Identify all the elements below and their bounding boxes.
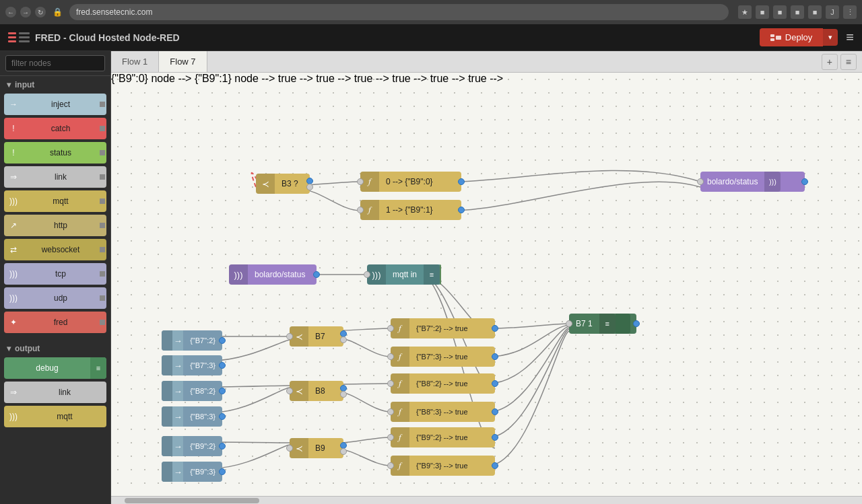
link-port bbox=[98, 166, 106, 188]
node-b7[interactable]: ≺ B7 bbox=[290, 326, 343, 347]
node-http[interactable]: ↗ http bbox=[4, 215, 106, 236]
node-b73-true[interactable]: 𝑓 {"B7":3} --> true bbox=[391, 347, 495, 367]
b7-port-right-bottom bbox=[340, 336, 347, 343]
node-status[interactable]: ! status bbox=[4, 142, 106, 164]
b72-port bbox=[219, 337, 226, 344]
node-mqtt[interactable]: ))) mqtt bbox=[4, 190, 106, 212]
hamburger-menu[interactable]: ≡ bbox=[846, 30, 854, 45]
fred-logo-icon bbox=[8, 30, 30, 46]
address-bar[interactable]: fred.sensetecnic.com bbox=[69, 4, 729, 20]
b92-port bbox=[219, 443, 226, 449]
app-header: FRED - Cloud Hosted Node-RED Deploy ▾ ≡ bbox=[0, 24, 862, 51]
bookmark-icon[interactable]: ★ bbox=[738, 5, 752, 19]
node-b72-true[interactable]: 𝑓 {"B7":2} --> true bbox=[391, 318, 495, 338]
bolardo-out-port-left bbox=[697, 178, 704, 185]
node-link[interactable]: ⇒ link bbox=[4, 166, 106, 188]
node-input-b73[interactable]: → {"B7":3} bbox=[162, 355, 222, 375]
out0-label: 0 --> {"B9":0} bbox=[379, 177, 440, 186]
status-port bbox=[98, 142, 106, 164]
node-mqtt-out[interactable]: ))) mqtt bbox=[4, 406, 106, 427]
b71-list-icon: ≡ bbox=[599, 314, 616, 334]
node-mqtt-in[interactable]: ))) mqtt in ≡ bbox=[367, 264, 441, 285]
b92-arrow: → bbox=[172, 436, 183, 456]
more-icon[interactable]: ⋮ bbox=[843, 5, 857, 19]
node-inject[interactable]: → inject bbox=[4, 94, 106, 115]
node-debug[interactable]: debug ≡ bbox=[4, 357, 106, 379]
out0-port-right bbox=[458, 178, 465, 185]
tab-flow1[interactable]: Flow 1 bbox=[111, 51, 159, 72]
node-out1[interactable]: 𝑓 1 --> {"B9":1} bbox=[360, 200, 461, 220]
flow-list-button[interactable]: ≡ bbox=[840, 54, 857, 70]
node-input-b83[interactable]: → {"B8":3} bbox=[162, 406, 222, 427]
node-input-b92[interactable]: → {"B9":2} bbox=[162, 436, 222, 456]
node-b3[interactable]: ≺ B3 ? bbox=[256, 174, 310, 194]
node-bolardo-status-in[interactable]: ))) bolardo/status bbox=[229, 264, 317, 285]
sidebar-section-output[interactable]: ▾ output bbox=[0, 340, 110, 356]
node-b9[interactable]: ≺ B9 bbox=[290, 438, 343, 458]
node-websocket[interactable]: ⇄ websocket bbox=[4, 239, 106, 260]
node-fred[interactable]: ✦ fred bbox=[4, 312, 106, 333]
reload-button[interactable]: ↻ bbox=[35, 7, 46, 17]
websocket-icon: ⇄ bbox=[4, 239, 23, 260]
b8-label: B8 bbox=[308, 386, 332, 396]
deploy-icon bbox=[770, 34, 781, 42]
b72t-port-right bbox=[492, 325, 498, 332]
b3-icon: ≺ bbox=[256, 174, 275, 194]
bolardo-status-out-icon: ))) bbox=[764, 172, 781, 192]
tab-flow7[interactable]: Flow 7 bbox=[159, 51, 207, 72]
node-bolardo-status-out[interactable]: bolardo/status ))) bbox=[700, 172, 805, 192]
ext1-icon[interactable]: ■ bbox=[756, 5, 769, 19]
svg-rect-2 bbox=[8, 40, 16, 42]
add-flow-button[interactable]: + bbox=[822, 54, 838, 70]
mqtt-in-green-dot bbox=[440, 264, 441, 285]
debug-label: debug bbox=[4, 363, 90, 373]
tcp-label: tcp bbox=[23, 269, 98, 279]
node-input-b93[interactable]: → {"B9":3} bbox=[162, 462, 222, 482]
node-input-b82[interactable]: → {"B8":2} bbox=[162, 381, 222, 401]
node-b93-true[interactable]: 𝑓 {"B9":3} --> true bbox=[391, 456, 495, 476]
debug-list-icon: ≡ bbox=[90, 357, 106, 379]
node-link-out[interactable]: ⇒ link bbox=[4, 382, 106, 403]
scrollbar-thumb[interactable] bbox=[125, 498, 259, 503]
node-catch[interactable]: ! catch bbox=[4, 118, 106, 139]
b73t-port-right bbox=[492, 353, 498, 360]
canvas-scrollbar[interactable] bbox=[111, 496, 862, 504]
out1-port-right bbox=[458, 207, 465, 213]
sidebar-section-input[interactable]: ▾ input bbox=[0, 76, 110, 92]
node-out0[interactable]: 𝑓 0 --> {"B9":0} bbox=[360, 172, 461, 192]
svg-rect-1 bbox=[8, 36, 16, 38]
ext4-icon[interactable]: ■ bbox=[808, 5, 822, 19]
deploy-button[interactable]: Deploy bbox=[760, 28, 823, 46]
node-udp[interactable]: ))) udp bbox=[4, 287, 106, 309]
out0-port-left bbox=[357, 178, 364, 185]
main-layout: ▾ input → inject ! catch ! status ⇒ link… bbox=[0, 51, 862, 504]
ext2-icon[interactable]: ■ bbox=[773, 5, 787, 19]
node-b8[interactable]: ≺ B8 bbox=[290, 381, 343, 401]
node-b83-true[interactable]: 𝑓 {"B8":3} --> true bbox=[391, 402, 495, 422]
b83-port bbox=[219, 413, 226, 420]
app-title: FRED - Cloud Hosted Node-RED bbox=[35, 32, 180, 43]
mqtt-out-label: mqtt bbox=[23, 412, 106, 421]
b93-port bbox=[219, 468, 226, 475]
node-tcp[interactable]: ))) tcp bbox=[4, 263, 106, 285]
filter-nodes-input[interactable] bbox=[5, 55, 105, 71]
deploy-dropdown-button[interactable]: ▾ bbox=[823, 29, 838, 46]
node-input-b72[interactable]: → {"B7":2} bbox=[162, 330, 222, 351]
sidebar: ▾ input → inject ! catch ! status ⇒ link… bbox=[0, 51, 111, 504]
ext3-icon[interactable]: ■ bbox=[791, 5, 804, 19]
forward-button[interactable]: → bbox=[20, 7, 31, 17]
flow-canvas[interactable]: ≺ B3 ? {"B9":0} node --> 𝑓 0 --> {"B9":0… bbox=[111, 73, 862, 496]
output-section-label: output bbox=[15, 344, 40, 353]
b93-left-block bbox=[162, 462, 172, 482]
node-b82-true[interactable]: 𝑓 {"B8":2} --> true bbox=[391, 373, 495, 394]
b92t-port-right bbox=[492, 434, 498, 441]
link-out-label: link bbox=[23, 388, 106, 397]
node-b71[interactable]: B7 1 ≡ bbox=[569, 314, 636, 334]
http-port bbox=[98, 215, 106, 236]
b73t-port-left bbox=[387, 353, 394, 360]
node-b92-true[interactable]: 𝑓 {"B9":2} --> true bbox=[391, 427, 495, 447]
b82-label: {"B8":2} bbox=[183, 387, 222, 395]
inject-port bbox=[98, 94, 106, 115]
user-icon[interactable]: J bbox=[826, 5, 839, 19]
back-button[interactable]: ← bbox=[5, 7, 16, 17]
